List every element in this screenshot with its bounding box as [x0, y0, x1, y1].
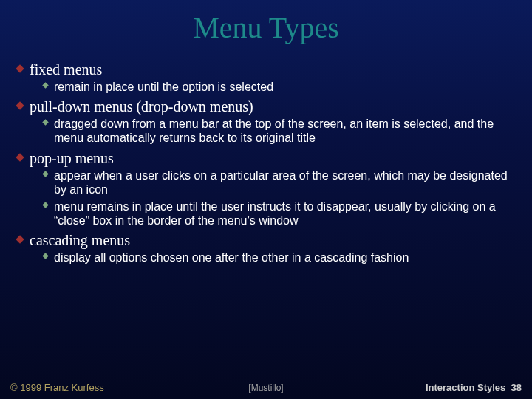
slide: Menu Types fixed menus remain in place u…: [0, 0, 532, 399]
sub-bullet: display all options chosen one after the…: [41, 250, 516, 265]
bullet-cascading-menus: cascading menus: [9, 232, 523, 249]
sub-bullet: remain in place until the option is sele…: [41, 80, 516, 94]
lvl1-label: cascading menus: [30, 232, 130, 249]
lvl2-label: remain in place until the option is sele…: [54, 80, 273, 94]
sub-bullet: dragged down from a menu bar at the top …: [41, 117, 516, 145]
bullet-pulldown-menus: pull-down menus (drop-down menus): [9, 98, 523, 115]
small-diamond-icon: [41, 201, 50, 209]
small-diamond-icon: [41, 170, 50, 178]
footer-citation: [Mustillo]: [181, 383, 352, 393]
lvl1-label: pop-up menus: [30, 150, 114, 167]
footer: © 1999 Franz Kurfess [Mustillo] Interact…: [0, 382, 532, 393]
svg-rect-2: [16, 102, 24, 110]
footer-section: Interaction Styles: [426, 382, 505, 393]
diamond-icon: [15, 100, 25, 111]
copyright: © 1999 Franz Kurfess: [10, 382, 181, 393]
svg-rect-6: [42, 202, 48, 208]
sub-bullet: menu remains in place until the user ins…: [41, 200, 516, 228]
lvl1-label: fixed menus: [30, 61, 102, 78]
svg-rect-1: [42, 82, 48, 88]
diamond-icon: [15, 234, 25, 245]
lvl1-label: pull-down menus (drop-down menus): [30, 98, 253, 115]
diamond-icon: [15, 152, 25, 163]
bullet-fixed-menus: fixed menus: [9, 61, 523, 78]
slide-number: 38: [511, 382, 522, 393]
svg-rect-8: [42, 253, 48, 259]
svg-rect-4: [16, 153, 24, 161]
slide-content: fixed menus remain in place until the op…: [0, 45, 532, 265]
slide-title: Menu Types: [0, 0, 532, 45]
lvl2-label: display all options chosen one after the…: [54, 250, 409, 265]
small-diamond-icon: [41, 81, 50, 89]
small-diamond-icon: [41, 118, 50, 126]
svg-rect-3: [42, 119, 48, 125]
diamond-icon: [15, 64, 25, 74]
svg-rect-5: [42, 171, 48, 177]
svg-rect-0: [16, 64, 24, 72]
sub-bullet: appear when a user clicks on a particula…: [41, 168, 516, 197]
bullet-popup-menus: pop-up menus: [9, 150, 523, 167]
lvl2-label: menu remains in place until the user ins…: [54, 200, 516, 228]
svg-rect-7: [16, 236, 24, 244]
lvl2-label: appear when a user clicks on a particula…: [54, 168, 516, 197]
small-diamond-icon: [41, 252, 50, 260]
lvl2-label: dragged down from a menu bar at the top …: [54, 117, 516, 145]
footer-page: Interaction Styles 38: [351, 382, 522, 393]
